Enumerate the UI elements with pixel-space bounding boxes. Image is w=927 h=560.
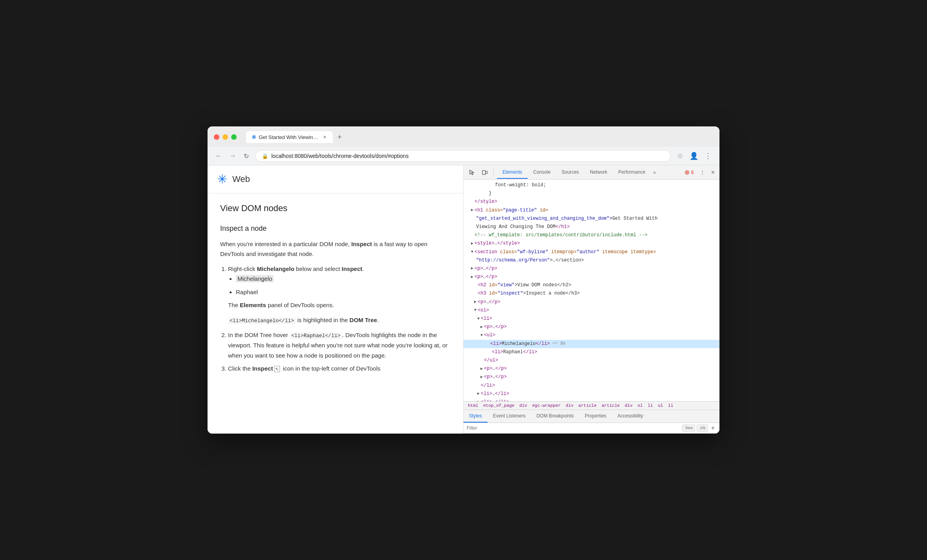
devtools-tabs: Elements Console Sources Network Perform… [497,166,658,179]
profile-icon[interactable]: 👤 [688,150,700,162]
steps-list: Right-click Michelangelo below and selec… [228,264,451,374]
styles-filter-bar: :hov .cls + [464,423,719,434]
li-raphael-code: <li>Raphael</li> [290,332,342,339]
tab-elements[interactable]: Elements [497,166,528,179]
dom-line-michelangelo[interactable]: <li>Michelangelo</li> == $0 [464,340,719,348]
address-bar: ← → ↻ 🔒 localhost:8080/web/tools/chrome-… [208,147,719,165]
breadcrumb-div2[interactable]: div [562,403,575,408]
tab-sources[interactable]: Sources [556,166,584,179]
breadcrumb-li2[interactable]: li [664,403,675,408]
page-header: ✳ Web [208,165,463,193]
article-heading: View DOM nodes [220,201,451,215]
breadcrumb-bar: html #top_of_page div #gc-wrapper div ar… [464,401,719,410]
triangle-p2[interactable] [470,274,475,280]
back-button[interactable]: ← [214,151,223,161]
tab-properties[interactable]: Properties [579,410,612,423]
breadcrumb-html[interactable]: html [467,403,479,408]
tab-bar: ❋ Get Started With Viewing And × + [246,131,713,143]
breadcrumb-div3[interactable]: div [621,403,634,408]
dom-line-comment: <!-- wf_template: src/templates/contribu… [464,231,719,239]
dom-line-h2: <h2 id="view">View DOM nodes</h2> [464,281,719,289]
tab-styles[interactable]: Styles [464,410,488,423]
toolbar-separator [493,169,494,176]
tab-event-listeners[interactable]: Event Listeners [488,410,531,423]
inspect-element-icon[interactable] [467,167,478,178]
breadcrumb-ul[interactable]: ul [654,403,664,408]
new-tab-button[interactable]: + [334,132,345,143]
styles-filter-input[interactable] [467,425,682,431]
devtools-close-button[interactable]: × [710,167,716,178]
tab-close-icon[interactable]: × [323,134,327,140]
more-tabs-icon[interactable]: » [651,167,658,178]
menu-icon[interactable]: ⋮ [703,150,713,162]
devtools-more-icon[interactable]: ⋮ [697,167,708,178]
dom-line-raphael: <li>Raphael</li> [464,348,719,356]
inspect-bold2: Inspect [252,365,273,372]
dom-line-h1-text: Viewing And Changing The DOM</h1> [464,223,719,231]
error-section: ⊗ 6 [684,169,694,176]
address-input[interactable]: 🔒 localhost:8080/web/tools/chrome-devtoo… [255,150,671,162]
dom-line-li: <li> [464,315,719,323]
article-intro: When you're interested in a particular D… [220,239,451,259]
breadcrumb-article1[interactable]: article [575,403,598,408]
triangle-h1[interactable] [470,207,475,213]
triangle-li-p2[interactable] [479,366,484,372]
lock-icon: 🔒 [262,153,268,159]
step1-text-end: . [362,265,364,272]
triangle-ul[interactable] [479,332,484,339]
step1-bold1: Michelangelo [257,265,294,272]
tab-dom-breakpoints[interactable]: DOM Breakpoints [531,410,579,423]
tab-network[interactable]: Network [584,166,613,179]
triangle-li-p[interactable] [479,324,484,330]
dom-line-ul-close: </ul> [464,356,719,365]
breadcrumb-ol[interactable]: ol [634,403,644,408]
step1-note1: The Elements panel of DevTools opens. [228,300,451,310]
breadcrumb-li1[interactable]: li [644,403,654,408]
step-3: Click the Inspect↖ icon in the top-left … [228,363,451,374]
reload-button[interactable]: ↻ [242,151,250,161]
forward-button[interactable]: → [228,151,237,161]
bookmark-icon[interactable]: ☆ [675,150,685,162]
site-name: Web [232,174,250,184]
hov-button[interactable]: :hov [682,425,695,432]
triangle-empty2 [470,232,475,239]
article-subheading: Inspect a node [220,223,451,234]
device-toggle-icon[interactable] [479,167,490,178]
traffic-light-yellow[interactable] [222,134,228,140]
breadcrumb-top[interactable]: #top_of_page [479,403,515,408]
url-text: localhost:8080/web/tools/chrome-devtools… [271,153,409,159]
dom-line-p2: <p>…</p> [464,273,719,281]
add-filter-icon[interactable]: + [710,425,716,432]
triangle-section[interactable] [470,249,475,255]
triangle-p1[interactable] [470,265,475,272]
dom-line-li3: <li>…</li> [464,398,719,401]
sub-item-raphael: Raphael [236,287,451,297]
breadcrumb-article2[interactable]: article [598,403,621,408]
step1-text-before: Right-click [228,265,257,272]
tab-title: Get Started With Viewing And [259,134,320,140]
step3-before: Click the [228,365,252,372]
tab-performance[interactable]: Performance [613,166,651,179]
triangle-li[interactable] [476,316,481,322]
tab-console[interactable]: Console [528,166,556,179]
triangle-raph [487,349,492,355]
browser-tab[interactable]: ❋ Get Started With Viewing And × [246,131,333,143]
triangle-style[interactable] [470,241,475,247]
breadcrumb-div1[interactable]: div [515,403,528,408]
svg-rect-0 [482,171,486,174]
triangle-ol[interactable] [473,307,478,313]
triangle-empty [470,199,475,205]
triangle-li2[interactable] [476,391,481,397]
tab-accessibility[interactable]: Accessibility [612,410,649,423]
sub-item-michelangelo: Michelangelo [236,274,451,284]
traffic-light-red[interactable] [214,134,219,140]
triangle-li-p3[interactable] [479,374,484,380]
breadcrumb-gc[interactable]: #gc-wrapper [528,403,562,408]
equals-0: == $0 [550,340,565,347]
traffic-lights [214,134,237,140]
traffic-light-green[interactable] [231,134,237,140]
step1-text-mid: below and select [294,265,341,272]
tab-favicon-icon: ❋ [252,134,256,140]
cls-button[interactable]: .cls [697,425,708,432]
triangle-p3[interactable] [473,299,478,305]
